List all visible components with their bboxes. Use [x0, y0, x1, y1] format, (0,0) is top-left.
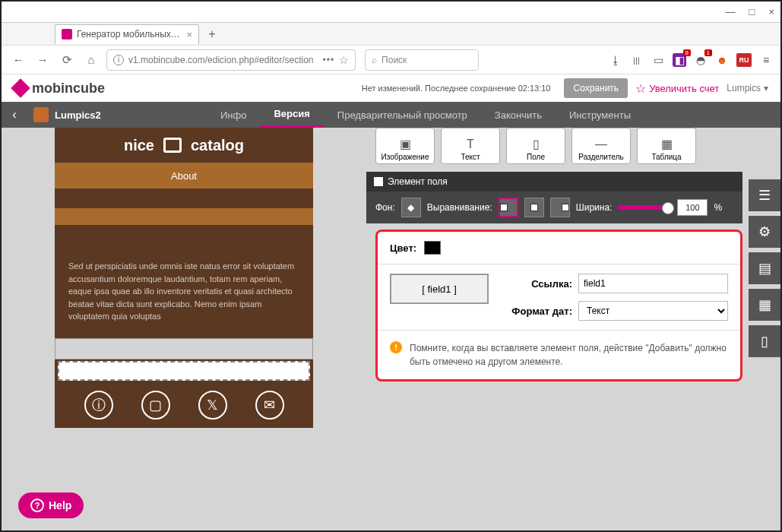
dateformat-label: Формат дат: [496, 306, 572, 317]
tool-divider[interactable]: —Разделитель [571, 128, 631, 164]
browser-tab[interactable]: Генератор мобильных прило × [55, 24, 199, 44]
window-titlebar: — □ × [2, 2, 780, 23]
tab-finish[interactable]: Закончить [481, 102, 556, 128]
phone-about-bar: About [55, 163, 313, 188]
site-info-icon[interactable]: i [113, 55, 124, 65]
footer-info-icon[interactable]: ⓘ [84, 391, 113, 420]
save-button[interactable]: Сохранить [564, 78, 628, 98]
bookmark-icon[interactable]: ☆ [339, 54, 349, 66]
nav-back-icon[interactable]: ← [9, 51, 27, 69]
sidetab-data-icon[interactable]: ▦ [749, 289, 780, 321]
field-preview-button[interactable]: [ field1 ] [390, 274, 489, 304]
phone-row[interactable] [55, 338, 313, 359]
ext-shield-icon[interactable]: ◓1 [694, 53, 708, 67]
sidetab-page-icon[interactable]: ▤ [749, 252, 780, 284]
text-icon: T [467, 138, 474, 151]
search-bar[interactable]: ⌕ Поиск [365, 49, 479, 71]
properties-pane: ▣Изображение TТекст ▯Поле —Разделитель ▦… [366, 128, 780, 532]
bg-picker[interactable]: ◆ [401, 198, 421, 217]
props-row: Фон: ◆ Выравнивание: Ширина: % [366, 192, 742, 223]
project-name: Lumpics2 [55, 109, 207, 121]
tool-field[interactable]: ▯Поле [506, 128, 565, 164]
align-left-button[interactable] [499, 198, 518, 217]
hamburger-menu-icon[interactable]: ≡ [759, 53, 773, 67]
tool-table[interactable]: ▦Таблица [637, 128, 696, 164]
width-slider[interactable] [618, 205, 671, 210]
tab-version[interactable]: Версия [260, 102, 323, 128]
pct-label: % [714, 202, 722, 213]
ext-badge: 1 [704, 49, 712, 56]
link-label: Ссылка: [496, 278, 572, 290]
toolbar-extensions: ⭳ ⫼ ▭ ◧8 ◓1 ☻ RU ≡ [609, 53, 773, 67]
tab-title: Генератор мобильных прило [77, 29, 182, 40]
ext-ru-icon[interactable]: RU [736, 53, 752, 67]
dateformat-select[interactable]: Текст [578, 301, 728, 321]
footer-mail-icon[interactable]: ✉ [255, 391, 284, 420]
logo[interactable]: mobincube [14, 81, 105, 97]
tool-image[interactable]: ▣Изображение [375, 128, 435, 164]
section-icon [374, 177, 383, 186]
user-menu[interactable]: Lumpics▾ [727, 83, 768, 93]
url-bar[interactable]: i v1.mobincube.com/edicion.php#editor/se… [106, 49, 356, 71]
ext-purple-icon[interactable]: ◧8 [673, 53, 686, 67]
reader-icon[interactable]: ▭ [651, 53, 665, 67]
warning-icon: ! [390, 341, 402, 353]
footer-book-icon[interactable]: ▢ [141, 391, 170, 420]
tab-info[interactable]: Инфо [207, 102, 260, 128]
sidetab-list-icon[interactable]: ☰ [749, 179, 780, 211]
nav-forward-icon[interactable]: → [33, 51, 52, 69]
width-input[interactable] [677, 199, 708, 216]
window-min[interactable]: — [726, 6, 736, 17]
sidetab-settings-icon[interactable]: ⚙ [749, 216, 780, 248]
image-icon: ▣ [400, 137, 411, 151]
logo-cube-icon [11, 78, 30, 97]
sidetab-device-icon[interactable]: ▯ [749, 325, 780, 357]
tool-text[interactable]: TТекст [441, 128, 500, 164]
url-text: v1.mobincube.com/edicion.php#editor/sect… [128, 55, 313, 65]
side-tabs: ☰ ⚙ ▤ ▦ ▯ [749, 179, 780, 362]
table-icon: ▦ [661, 137, 673, 151]
highlighted-panel: Цвет: [ field1 ] Ссылка: Формат дат:Текс… [375, 230, 742, 382]
save-status: Нет изменений. Последнее сохранение 02:1… [112, 84, 556, 93]
upgrade-link[interactable]: Увеличить счет [635, 81, 719, 96]
footer-twitter-icon[interactable]: 𝕏 [198, 391, 227, 420]
nav-reload-icon[interactable]: ⟳ [58, 51, 76, 69]
downloads-icon[interactable]: ⭳ [609, 53, 622, 67]
color-swatch[interactable] [424, 241, 441, 255]
warning-text: Помните, когда вы вставляете элемент пол… [410, 341, 728, 369]
main-area: nice catalog About Sed ut perspiciatis u… [2, 128, 780, 532]
align-center-button[interactable] [524, 198, 544, 217]
align-right-button[interactable] [550, 198, 570, 217]
app-subnav: ‹ Lumpics2 Инфо Версия Предварительный п… [2, 102, 780, 128]
search-icon: ⌕ [372, 55, 377, 65]
phone-header: nice catalog [55, 128, 313, 163]
url-actions-icon[interactable]: ••• [322, 55, 334, 65]
browser-tabstrip: Генератор мобильных прило × + [2, 23, 780, 46]
subnav-back-icon[interactable]: ‹ [2, 108, 27, 122]
ext-monkey-icon[interactable]: ☻ [715, 53, 729, 67]
nav-home-icon[interactable]: ⌂ [82, 51, 100, 69]
phone-footer: ⓘ ▢ 𝕏 ✉ [55, 382, 313, 428]
window-close[interactable]: × [768, 6, 774, 17]
color-label: Цвет: [390, 242, 416, 254]
library-icon[interactable]: ⫼ [630, 53, 644, 67]
help-icon: ? [30, 499, 44, 512]
help-button[interactable]: ? Help [18, 492, 84, 518]
section-header: Элемент поля [366, 172, 742, 192]
new-tab-button[interactable]: + [202, 24, 222, 44]
search-placeholder: Поиск [382, 55, 407, 65]
divider-icon: — [595, 138, 607, 151]
phone-preview[interactable]: nice catalog About Sed ut perspiciatis u… [55, 128, 313, 428]
canvas-pane: nice catalog About Sed ut perspiciatis u… [2, 128, 366, 532]
align-label: Выравнивание: [427, 202, 492, 213]
tab-preview[interactable]: Предварительный просмотр [324, 102, 481, 128]
browser-navbar: ← → ⟳ ⌂ i v1.mobincube.com/edicion.php#e… [2, 46, 780, 74]
link-input[interactable] [578, 274, 728, 293]
phone-selected-row[interactable] [58, 361, 310, 381]
tab-close-icon[interactable]: × [186, 29, 192, 40]
project-badge-icon [33, 107, 49, 122]
element-toolbar: ▣Изображение TТекст ▯Поле —Разделитель ▦… [366, 128, 742, 172]
tab-tools[interactable]: Инструменты [556, 102, 644, 128]
phone-body-text: Sed ut perspiciatis unde omnis iste natu… [55, 225, 313, 338]
window-max[interactable]: □ [749, 6, 755, 17]
